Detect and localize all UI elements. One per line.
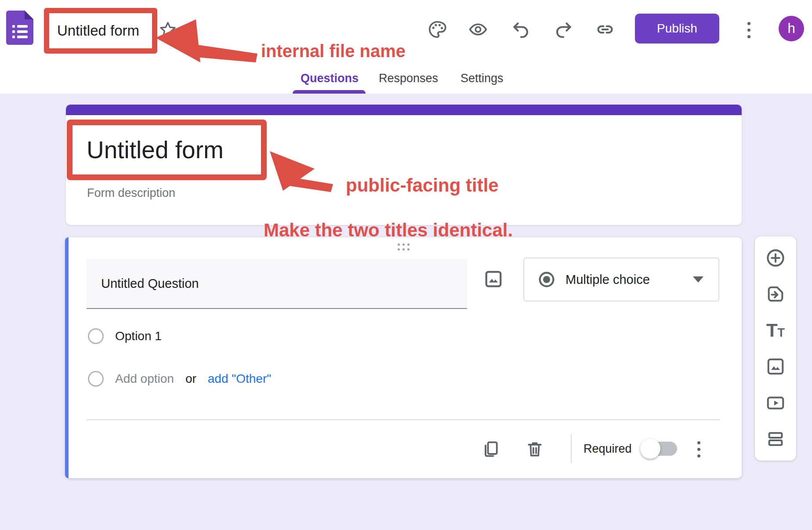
required-label: Required <box>584 442 632 456</box>
more-vert-icon <box>747 22 750 25</box>
add-image-button[interactable] <box>483 269 504 289</box>
duplicate-question-button[interactable] <box>481 439 500 459</box>
dropdown-caret-icon <box>693 276 703 283</box>
file-name-text: Untitled form <box>57 22 139 39</box>
undo-button[interactable] <box>511 20 530 39</box>
publish-button[interactable]: Publish <box>635 14 719 44</box>
tab-questions[interactable]: Questions <box>301 72 359 85</box>
publish-label: Publish <box>657 22 697 36</box>
form-title-text: Untitled form <box>87 136 224 164</box>
insert-image-button[interactable] <box>765 356 786 377</box>
form-editor-canvas: Untitled form Form description Untitled … <box>0 94 812 530</box>
section-icon <box>765 429 786 449</box>
option-row-1: Option 1 <box>88 328 162 344</box>
side-toolbar: TT <box>755 236 796 461</box>
add-title-description-button[interactable]: TT <box>765 320 786 341</box>
or-text: or <box>185 372 196 386</box>
preview-button[interactable] <box>468 20 488 39</box>
footer-vertical-divider <box>571 434 572 463</box>
multiple-choice-radio-icon <box>537 270 556 289</box>
redo-icon <box>554 20 573 39</box>
add-video-button[interactable] <box>765 393 786 413</box>
palette-icon <box>428 20 447 39</box>
more-vert-icon <box>697 441 700 444</box>
form-title-field[interactable]: Untitled form <box>67 120 267 180</box>
question-card: Untitled Question Multiple choice Option… <box>65 237 742 478</box>
trash-icon <box>525 439 544 459</box>
question-title-input[interactable]: Untitled Question <box>87 259 467 309</box>
form-description-field[interactable]: Form description <box>87 186 175 200</box>
add-option-button[interactable]: Add option <box>115 372 174 386</box>
star-icon <box>158 20 178 40</box>
app-header: Untitled form <box>0 0 812 94</box>
add-other-link[interactable]: add "Other" <box>208 372 271 386</box>
radio-circle-icon <box>88 328 104 344</box>
question-type-dropdown[interactable]: Multiple choice <box>523 258 719 301</box>
add-circle-icon <box>765 248 786 268</box>
link-icon <box>595 20 615 39</box>
theme-palette-button[interactable] <box>428 20 447 39</box>
toggle-knob-icon <box>640 439 660 459</box>
question-type-label: Multiple choice <box>566 272 650 287</box>
account-avatar[interactable]: h <box>779 16 804 41</box>
image-icon <box>483 269 504 289</box>
import-questions-button[interactable] <box>765 284 786 304</box>
star-button[interactable] <box>158 20 178 40</box>
eye-icon <box>468 20 488 39</box>
drag-handle-icon <box>398 243 400 246</box>
annotation-make-titles-identical: Make the two titles identical. <box>264 220 513 241</box>
header-more-menu-button[interactable] <box>744 20 753 40</box>
avatar-letter: h <box>787 21 795 36</box>
copy-link-button[interactable] <box>595 20 615 39</box>
video-icon <box>765 393 786 413</box>
question-title-text: Untitled Question <box>101 276 199 291</box>
tab-responses[interactable]: Responses <box>379 72 438 85</box>
delete-question-button[interactable] <box>525 439 544 459</box>
text-title-icon: T <box>766 320 778 341</box>
selected-question-indicator <box>65 237 69 478</box>
radio-circle-icon <box>88 371 104 387</box>
add-section-button[interactable] <box>765 429 786 449</box>
tab-settings[interactable]: Settings <box>460 72 504 85</box>
question-more-menu-button[interactable] <box>693 438 704 461</box>
file-name-field[interactable]: Untitled form <box>44 8 157 54</box>
form-title-card: Untitled form Form description <box>66 105 742 225</box>
annotation-internal-file-name: internal file name <box>261 41 406 61</box>
active-tab-indicator <box>293 90 366 94</box>
redo-button[interactable] <box>554 20 573 39</box>
theme-color-bar <box>66 105 742 115</box>
duplicate-icon <box>481 439 500 459</box>
add-option-row: Add option or add "Other" <box>88 371 271 387</box>
google-forms-logo-icon <box>6 11 33 45</box>
undo-icon <box>511 20 530 39</box>
image-icon <box>765 356 786 377</box>
option-1-field[interactable]: Option 1 <box>115 329 162 343</box>
annotation-public-facing-title: public-facing title <box>346 175 499 196</box>
import-questions-icon <box>765 284 786 304</box>
required-toggle[interactable] <box>644 442 677 456</box>
drag-handle[interactable] <box>398 243 410 250</box>
card-footer-divider <box>87 419 720 420</box>
add-question-button[interactable] <box>765 248 786 268</box>
